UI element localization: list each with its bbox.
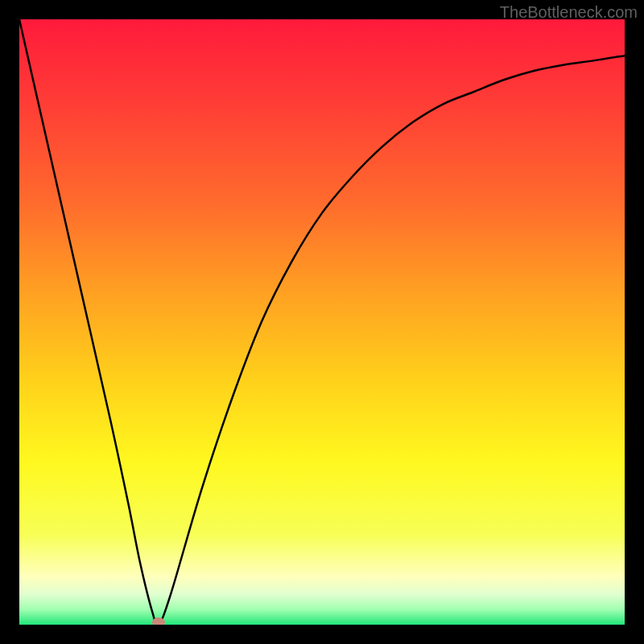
watermark-text: TheBottleneck.com [500, 3, 638, 22]
chart-background [19, 19, 625, 625]
bottleneck-chart [19, 19, 625, 625]
chart-svg [19, 19, 625, 625]
